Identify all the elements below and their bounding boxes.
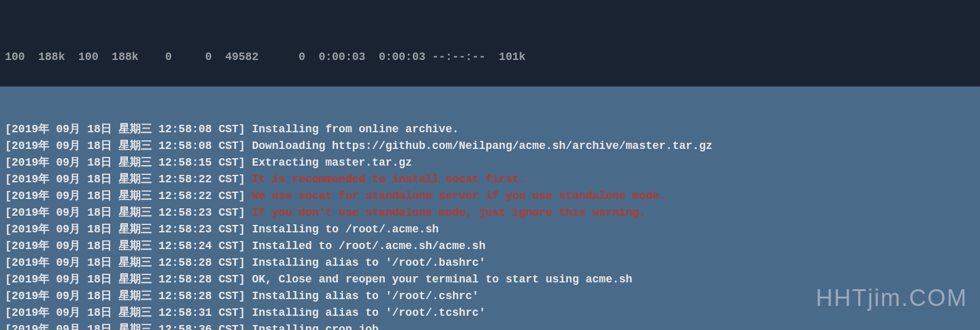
- log-message: Installing to /root/.acme.sh: [245, 221, 439, 238]
- log-timestamp: [2019年 09月 18日 星期三 12:58:31 CST]: [5, 305, 245, 321]
- log-timestamp: [2019年 09月 18日 星期三 12:58:24 CST]: [5, 238, 245, 255]
- log-line: [2019年 09月 18日 星期三 12:58:08 CST] Downloa…: [5, 138, 975, 154]
- log-timestamp: [2019年 09月 18日 星期三 12:58:08 CST]: [5, 138, 245, 154]
- log-timestamp: [2019年 09月 18日 星期三 12:58:08 CST]: [5, 121, 245, 138]
- log-line: [2019年 09月 18日 星期三 12:58:15 CST] Extract…: [5, 154, 975, 171]
- log-line: [2019年 09月 18日 星期三 12:58:22 CST] We use …: [5, 188, 975, 205]
- log-timestamp: [2019年 09月 18日 星期三 12:58:23 CST]: [5, 221, 245, 238]
- log-line: [2019年 09月 18日 星期三 12:58:23 CST] If you …: [5, 205, 975, 221]
- log-line: [2019年 09月 18日 星期三 12:58:24 CST] Install…: [5, 238, 975, 255]
- log-message: Installing from online archive.: [245, 121, 459, 138]
- log-message: Installed to /root/.acme.sh/acme.sh: [245, 238, 486, 255]
- log-message: Installing alias to '/root/.bashrc': [245, 255, 486, 271]
- log-warning-message: It is recommended to install socat first…: [245, 171, 526, 188]
- log-line: [2019年 09月 18日 星期三 12:58:22 CST] It is r…: [5, 171, 975, 188]
- log-line: [2019年 09月 18日 星期三 12:58:08 CST] Install…: [5, 121, 975, 138]
- log-timestamp: [2019年 09月 18日 星期三 12:58:23 CST]: [5, 205, 245, 221]
- log-message: OK, Close and reopen your terminal to st…: [245, 271, 633, 288]
- log-timestamp: [2019年 09月 18日 星期三 12:58:28 CST]: [5, 271, 245, 288]
- log-message: Installing alias to '/root/.cshrc': [245, 288, 479, 305]
- log-timestamp: [2019年 09月 18日 星期三 12:58:28 CST]: [5, 288, 245, 305]
- log-timestamp: [2019年 09月 18日 星期三 12:58:36 CST]: [5, 321, 245, 330]
- curl-progress-header: 100 188k 100 188k 0 0 49582 0 0:00:03 0:…: [0, 49, 980, 62]
- log-message: Extracting master.tar.gz: [245, 154, 412, 171]
- log-warning-message: If you don't use standalone mode, just i…: [245, 205, 646, 221]
- log-message: Installing cron job: [245, 321, 379, 330]
- log-line: [2019年 09月 18日 星期三 12:58:28 CST] Install…: [5, 255, 975, 271]
- log-timestamp: [2019年 09月 18日 星期三 12:58:15 CST]: [5, 154, 245, 171]
- log-timestamp: [2019年 09月 18日 星期三 12:58:28 CST]: [5, 255, 245, 271]
- log-line: [2019年 09月 18日 星期三 12:58:23 CST] Install…: [5, 221, 975, 238]
- log-message: Installing alias to '/root/.tcshrc': [245, 305, 486, 321]
- log-line: [2019年 09月 18日 星期三 12:58:36 CST] Install…: [5, 321, 975, 330]
- log-warning-message: We use socat for standalone server if yo…: [245, 188, 666, 205]
- log-timestamp: [2019年 09月 18日 星期三 12:58:22 CST]: [5, 188, 245, 205]
- log-timestamp: [2019年 09月 18日 星期三 12:58:22 CST]: [5, 171, 245, 188]
- log-message: Downloading https://github.com/Neilpang/…: [245, 138, 712, 154]
- watermark-text: HHTjim.COM: [816, 285, 968, 311]
